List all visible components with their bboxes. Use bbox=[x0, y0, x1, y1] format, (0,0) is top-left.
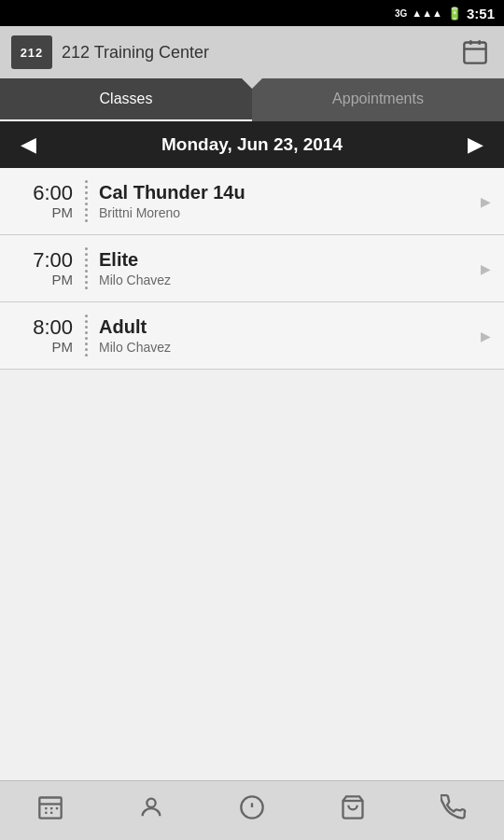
app-logo: 212 bbox=[11, 35, 52, 69]
schedule-item-0[interactable]: 6:00 PM Cal Thunder 14u Brittni Moreno ▶ bbox=[0, 168, 504, 235]
app-logo-text: 212 bbox=[21, 46, 44, 60]
next-date-button[interactable]: ▶ bbox=[460, 133, 491, 157]
nav-alert[interactable] bbox=[224, 788, 280, 834]
item-arrow-2: ▶ bbox=[481, 329, 504, 343]
time-col-2: 8:00 PM bbox=[0, 316, 84, 355]
class-instructor-1: Milo Chavez bbox=[99, 273, 481, 287]
signal-icon: ▲▲▲ bbox=[412, 7, 442, 19]
item-arrow-1: ▶ bbox=[481, 261, 504, 276]
time-col-1: 7:00 PM bbox=[0, 249, 84, 287]
schedule-item-2[interactable]: 8:00 PM Adult Milo Chavez ▶ bbox=[0, 302, 504, 370]
status-time: 3:51 bbox=[467, 6, 495, 21]
class-instructor-2: Milo Chavez bbox=[99, 340, 481, 355]
calendar-button[interactable] bbox=[457, 35, 493, 70]
network-type: 3G bbox=[395, 8, 407, 19]
time-ampm-1: PM bbox=[52, 272, 74, 287]
profile-nav-icon bbox=[138, 794, 164, 827]
tab-classes[interactable]: Classes bbox=[0, 78, 252, 121]
app-title: 212 Training Center bbox=[62, 43, 209, 63]
item-arrow-0: ▶ bbox=[481, 194, 504, 209]
tab-appointments[interactable]: Appointments bbox=[252, 78, 504, 121]
class-name-1: Elite bbox=[99, 249, 481, 271]
class-name-0: Cal Thunder 14u bbox=[99, 182, 481, 203]
svg-rect-0 bbox=[464, 43, 485, 63]
class-info-0: Cal Thunder 14u Brittni Moreno bbox=[88, 182, 481, 220]
class-info-1: Elite Milo Chavez bbox=[88, 249, 481, 287]
main-content: 212 212 Training Center Classes Appointm… bbox=[0, 26, 504, 780]
nav-schedule[interactable] bbox=[22, 788, 78, 834]
alert-nav-icon bbox=[239, 794, 265, 827]
class-name-2: Adult bbox=[99, 316, 481, 338]
time-hour-1: 7:00 bbox=[33, 249, 73, 272]
shop-nav-icon bbox=[340, 794, 366, 827]
time-hour-2: 8:00 bbox=[33, 316, 73, 339]
calendar-icon bbox=[462, 39, 488, 65]
time-col-0: 6:00 PM bbox=[0, 182, 84, 220]
nav-shop[interactable] bbox=[325, 788, 381, 834]
time-hour-0: 6:00 bbox=[33, 182, 73, 204]
status-icons: 3G ▲▲▲ 🔋 3:51 bbox=[395, 6, 495, 21]
phone-nav-icon bbox=[441, 794, 467, 827]
nav-profile[interactable] bbox=[123, 788, 179, 834]
date-navigation: ◀ Monday, Jun 23, 2014 ▶ bbox=[0, 121, 504, 168]
battery-icon: 🔋 bbox=[447, 7, 462, 21]
class-instructor-0: Brittni Moreno bbox=[99, 205, 481, 220]
schedule-nav-icon bbox=[37, 794, 63, 827]
time-ampm-2: PM bbox=[52, 339, 74, 355]
schedule-item-1[interactable]: 7:00 PM Elite Milo Chavez ▶ bbox=[0, 235, 504, 302]
app-header: 212 212 Training Center bbox=[0, 26, 504, 78]
current-date: Monday, Jun 23, 2014 bbox=[161, 134, 343, 155]
bottom-nav bbox=[0, 780, 504, 840]
schedule-list: 6:00 PM Cal Thunder 14u Brittni Moreno ▶… bbox=[0, 168, 504, 780]
time-ampm-0: PM bbox=[52, 204, 74, 220]
svg-point-11 bbox=[147, 799, 155, 807]
nav-phone[interactable] bbox=[426, 788, 482, 834]
prev-date-button[interactable]: ◀ bbox=[13, 133, 44, 157]
header-dropdown-arrow bbox=[242, 78, 262, 89]
status-bar: 3G ▲▲▲ 🔋 3:51 bbox=[0, 0, 504, 26]
app-logo-area: 212 212 Training Center bbox=[11, 35, 209, 69]
class-info-2: Adult Milo Chavez bbox=[88, 316, 481, 355]
